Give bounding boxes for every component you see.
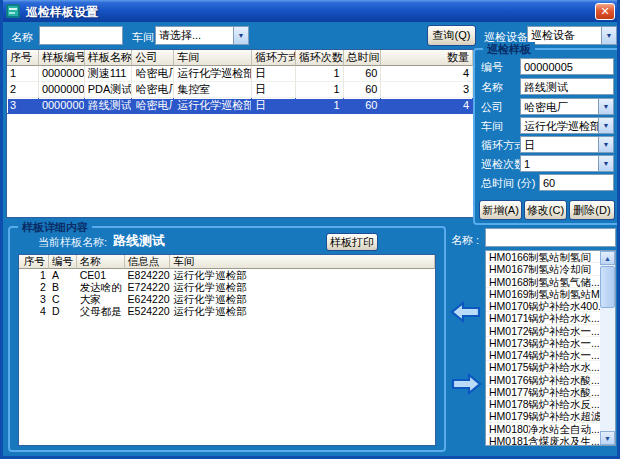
list-item[interactable]: HM0178锅炉补给水反... — [486, 398, 600, 410]
query-button[interactable]: 查询(Q) — [427, 25, 476, 46]
column-header[interactable]: 数量 — [381, 50, 473, 66]
table-row[interactable]: 200000004PDA测试哈密电厂集控室日1603 — [7, 82, 473, 98]
table-cell: 哈密电厂 — [132, 82, 174, 98]
column-header[interactable]: 循环方式 — [252, 50, 296, 66]
list-item[interactable]: HM0172锅炉补给水一... — [486, 325, 600, 337]
picker-list: HM0166制氢站制氢间HM0167制氢站冷却间HM0168制氢站氢气储...H… — [485, 250, 616, 446]
total-time-input[interactable]: 60 — [539, 174, 614, 191]
column-header[interactable]: 样板名称 — [85, 50, 133, 66]
workshop-select[interactable]: 请选择... ▼ — [155, 26, 249, 45]
item-name: 锅炉补给水水... — [528, 312, 600, 323]
table-cell: 运行化学巡检部 — [170, 305, 435, 317]
list-item[interactable]: HM0167制氢站冷却间 — [486, 263, 600, 275]
item-name: 锅炉补给水一... — [528, 325, 600, 336]
table-cell: E7242208 — [125, 281, 171, 293]
picker-filter-input[interactable] — [485, 228, 616, 247]
move-right-arrow-button[interactable] — [450, 371, 482, 397]
close-button[interactable]: ✕ — [595, 3, 615, 20]
template-id-input[interactable]: 00000005 — [520, 58, 614, 75]
workshop-edit-select[interactable]: 运行化学巡检部▼ — [520, 117, 614, 134]
table-cell: 1 — [296, 82, 344, 98]
item-name: 锅炉补给水酸... — [528, 386, 600, 397]
list-item[interactable]: HM0171锅炉补给水水... — [486, 312, 600, 324]
table-row[interactable]: 100000003测速111哈密电厂运行化学巡检部日1604 — [7, 66, 473, 82]
name-filter-input[interactable] — [39, 26, 123, 45]
column-header[interactable]: 样板编号 — [39, 50, 85, 66]
item-name: 锅炉补给水水... — [528, 361, 600, 372]
column-header[interactable]: 名称 — [77, 255, 125, 269]
print-button[interactable]: 样板打印 — [326, 233, 378, 251]
delete-button[interactable]: 删除(D) — [569, 200, 615, 220]
list-item[interactable]: HM0179锅炉补给水超滤 — [486, 410, 600, 422]
field-label: 名称 — [481, 80, 503, 95]
table-row[interactable]: 1ACE01E8242208运行化学巡检部 — [19, 269, 435, 281]
column-header[interactable]: 车间 — [174, 50, 252, 66]
field-label: 总时间 (分) — [481, 176, 535, 191]
table-cell: 日 — [252, 66, 296, 82]
item-name: 锅炉补给水反... — [528, 398, 600, 409]
field-label: 循环方式 — [481, 138, 525, 153]
add-button[interactable]: 新增(A) — [479, 200, 522, 220]
chevron-down-icon[interactable]: ▼ — [233, 27, 248, 44]
field-label: 车间 — [481, 119, 503, 134]
chevron-down-icon[interactable]: ▼ — [598, 99, 613, 114]
table-cell: 4 — [19, 305, 49, 317]
table-cell: 00000005 — [39, 98, 85, 114]
scrollbar[interactable]: ▲ ▼ — [600, 251, 615, 445]
list-item[interactable]: HM0170锅炉补给水400... — [486, 300, 600, 312]
list-item[interactable]: HM0174锅炉补给水一... — [486, 349, 600, 361]
template-name-input[interactable]: 路线测试 — [520, 78, 614, 95]
scroll-up-icon[interactable]: ▲ — [600, 251, 615, 265]
item-name: 锅炉补给水一... — [528, 337, 600, 348]
table-cell: 运行化学巡检部 — [174, 98, 252, 114]
list-item[interactable]: HM0168制氢站氢气储... — [486, 276, 600, 288]
table-cell: 1 — [296, 98, 344, 114]
item-id: HM0167 — [486, 263, 528, 274]
table-row[interactable]: 2B发达啥的E7242208运行化学巡检部 — [19, 281, 435, 293]
item-id: HM0173 — [486, 337, 528, 348]
detail-group-title: 样板详细内容 — [18, 220, 92, 235]
template-table: 序号样板编号样板名称公司车间循环方式循环次数总时间数量 100000003测速1… — [6, 49, 474, 218]
inspect-times-select[interactable]: 1▼ — [520, 155, 614, 172]
move-left-arrow-button[interactable] — [450, 299, 482, 325]
column-header[interactable]: 信息点 — [125, 255, 171, 269]
column-header[interactable]: 循环次数 — [296, 50, 344, 66]
table-cell: E6242208 — [125, 293, 171, 305]
field-row: 总时间 (分) 60 — [475, 174, 618, 191]
column-header[interactable]: 车间 — [170, 255, 435, 269]
item-id: HM0169 — [486, 288, 528, 299]
chevron-down-icon[interactable]: ▼ — [598, 156, 613, 171]
chevron-down-icon[interactable]: ▼ — [598, 118, 613, 133]
column-header[interactable]: 总时间 — [344, 50, 382, 66]
company-select[interactable]: 哈密电厂▼ — [520, 98, 614, 115]
column-header[interactable]: 公司 — [132, 50, 174, 66]
column-header[interactable]: 编号 — [49, 255, 77, 269]
chevron-down-icon[interactable]: ▼ — [601, 27, 616, 44]
list-item[interactable]: HM0175锅炉补给水水... — [486, 361, 600, 373]
scroll-down-icon[interactable]: ▼ — [600, 431, 615, 445]
edit-group-title: 巡检样板 — [483, 42, 535, 57]
table-cell: 父母都是 — [77, 305, 125, 317]
item-name: 净水站全自动... — [528, 423, 600, 434]
table-row[interactable]: 300000005路线测试哈密电厂运行化学巡检部日1604 — [7, 98, 473, 114]
table-row[interactable]: 3C大家E6242208运行化学巡检部 — [19, 293, 435, 305]
window-title: 巡检样板设置 — [26, 4, 98, 21]
column-header[interactable]: 序号 — [7, 50, 39, 66]
column-header[interactable]: 序号 — [19, 255, 49, 269]
list-item[interactable]: HM0166制氢站制氢间 — [486, 251, 600, 263]
table-cell: 1 — [7, 66, 39, 82]
list-item[interactable]: HM0169制氢站制氢站M... — [486, 288, 600, 300]
chevron-down-icon[interactable]: ▼ — [598, 137, 613, 152]
detail-table-header: 序号编号名称信息点车间 — [19, 255, 435, 269]
modify-button[interactable]: 修改(C) — [524, 200, 567, 220]
device-select[interactable]: 巡检设备 ▼ — [527, 26, 617, 45]
list-item[interactable]: HM0180净水站全自动... — [486, 423, 600, 435]
scrollbar-thumb[interactable] — [600, 266, 615, 308]
list-item[interactable]: HM0176锅炉补给水酸... — [486, 374, 600, 386]
cycle-mode-select[interactable]: 日▼ — [520, 136, 614, 153]
table-row[interactable]: 4D父母都是E5242208运行化学巡检部 — [19, 305, 435, 317]
list-item[interactable]: HM0177锅炉补给水酸... — [486, 386, 600, 398]
item-id: HM0181 — [486, 435, 528, 446]
list-item[interactable]: HM0173锅炉补给水一... — [486, 337, 600, 349]
list-item[interactable]: HM0181含煤废水及生... — [486, 435, 600, 446]
